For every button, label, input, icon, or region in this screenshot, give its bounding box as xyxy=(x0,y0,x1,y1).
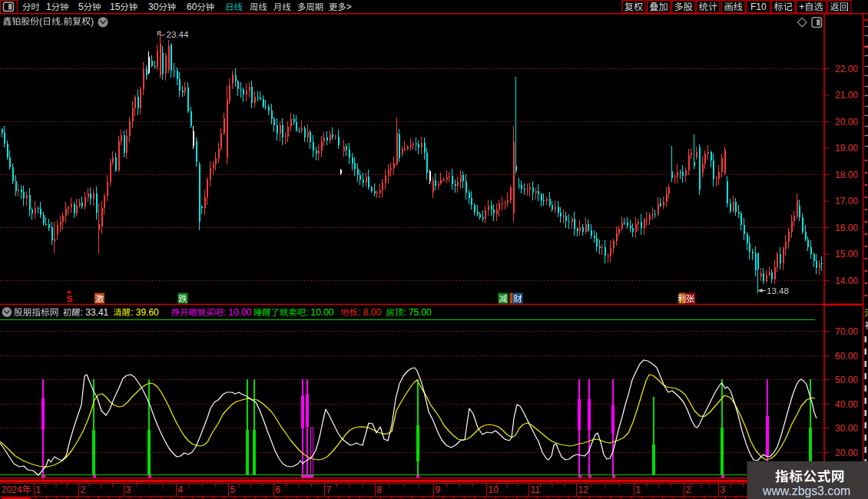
svg-text:12: 12 xyxy=(578,484,589,495)
svg-text:: 39.60: : 39.60 xyxy=(131,307,159,318)
svg-text:F10: F10 xyxy=(750,2,767,12)
svg-text:7: 7 xyxy=(326,484,332,495)
svg-text:1: 1 xyxy=(36,484,41,495)
svg-text:: 10.00: : 10.00 xyxy=(306,307,334,318)
svg-text:70.00: 70.00 xyxy=(835,326,858,337)
svg-text:1: 1 xyxy=(636,484,641,495)
svg-text:30.00: 30.00 xyxy=(835,423,858,434)
svg-text:60: 60 xyxy=(187,2,197,12)
svg-text:2024: 2024 xyxy=(2,484,22,495)
svg-text:17.00: 17.00 xyxy=(835,196,858,207)
svg-text:14.00: 14.00 xyxy=(835,276,858,286)
svg-text:): ) xyxy=(91,16,94,27)
svg-text:.: . xyxy=(61,16,63,27)
svg-text:2: 2 xyxy=(81,484,86,495)
svg-text:: 8.00: : 8.00 xyxy=(358,307,381,318)
svg-text:40.00: 40.00 xyxy=(835,399,858,410)
svg-text:30: 30 xyxy=(148,2,159,12)
svg-text:18.00: 18.00 xyxy=(835,170,858,180)
svg-text:www.zbgs3.com: www.zbgs3.com xyxy=(762,484,850,497)
svg-text:: 10.00: : 10.00 xyxy=(224,307,252,318)
svg-text:5: 5 xyxy=(230,484,236,495)
svg-text:60.00: 60.00 xyxy=(835,351,858,362)
svg-text:2: 2 xyxy=(686,484,691,495)
svg-text:20.00: 20.00 xyxy=(835,448,858,458)
svg-text:3: 3 xyxy=(126,484,131,495)
svg-text:23.44: 23.44 xyxy=(167,30,189,39)
svg-text:: 75.00: : 75.00 xyxy=(403,307,432,318)
svg-text:S: S xyxy=(67,294,73,303)
svg-text:19.00: 19.00 xyxy=(835,143,858,154)
svg-text:16.00: 16.00 xyxy=(835,223,858,233)
svg-text:10: 10 xyxy=(489,484,499,495)
svg-text:22.00: 22.00 xyxy=(835,64,858,74)
svg-text:15: 15 xyxy=(110,2,121,12)
svg-text:>: > xyxy=(346,2,352,12)
svg-text:4: 4 xyxy=(178,484,184,495)
svg-text:15.00: 15.00 xyxy=(835,249,858,259)
svg-text:20.00: 20.00 xyxy=(835,117,858,127)
svg-text:1: 1 xyxy=(46,2,51,12)
svg-text:6: 6 xyxy=(276,484,281,495)
svg-text:: 33.41: : 33.41 xyxy=(81,307,109,318)
svg-text:+: + xyxy=(799,2,804,12)
svg-text:3: 3 xyxy=(721,484,726,495)
svg-text:8: 8 xyxy=(377,484,383,495)
svg-text:13.48: 13.48 xyxy=(767,286,789,296)
svg-text:11: 11 xyxy=(531,484,541,495)
svg-text:5: 5 xyxy=(78,2,84,12)
svg-text:21.00: 21.00 xyxy=(835,90,858,101)
svg-text:9: 9 xyxy=(436,484,441,495)
svg-text:50.00: 50.00 xyxy=(835,375,858,385)
